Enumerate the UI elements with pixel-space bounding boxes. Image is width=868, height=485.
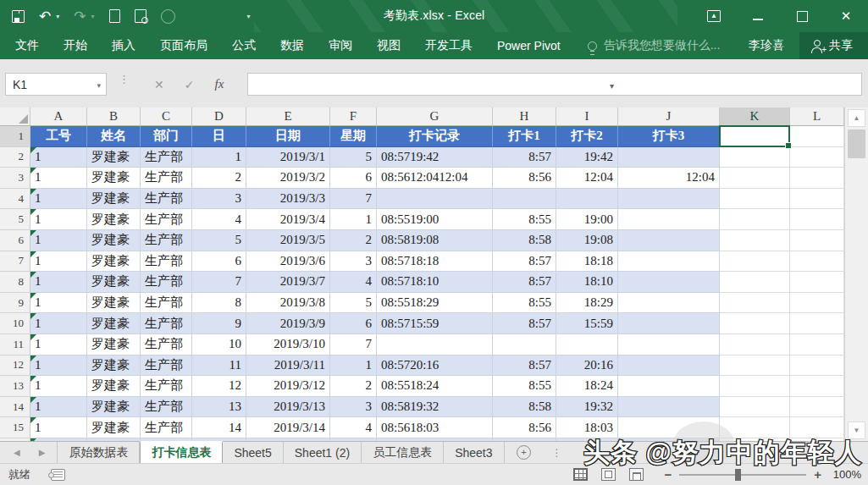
cell-I7[interactable]: 18:18 <box>556 251 618 273</box>
column-header-L[interactable]: L <box>790 107 844 126</box>
column-header-F[interactable]: F <box>330 107 377 126</box>
fill-handle[interactable] <box>785 142 792 149</box>
ribbon-tab-文件[interactable]: 文件 <box>15 38 39 53</box>
cell-L11[interactable] <box>790 334 844 355</box>
cell-J5[interactable] <box>618 209 720 230</box>
row-header-12[interactable]: 12 <box>0 355 30 377</box>
cell-E2[interactable]: 2019/3/1 <box>246 147 330 168</box>
cell-G2[interactable]: 08:5719:42 <box>377 147 493 168</box>
row-header-11[interactable]: 11 <box>0 334 30 355</box>
cell-G5[interactable]: 08:5519:00 <box>377 209 493 230</box>
cell-E6[interactable]: 2019/3/5 <box>246 230 330 251</box>
cell-C4[interactable]: 生产部 <box>141 189 192 210</box>
cell-G9[interactable]: 08:5518:29 <box>377 293 493 314</box>
cell-H8[interactable]: 8:57 <box>493 272 556 293</box>
cell-J2[interactable] <box>618 147 720 168</box>
column-header-A[interactable]: A <box>30 107 87 126</box>
cell-E5[interactable]: 2019/3/4 <box>246 209 330 230</box>
cell-K2[interactable] <box>720 147 790 168</box>
cell-B5[interactable]: 罗建豪 <box>87 209 141 230</box>
row-header-9[interactable]: 9 <box>0 293 30 314</box>
cell-C14[interactable]: 生产部 <box>141 397 192 418</box>
cell-K4[interactable] <box>720 189 790 210</box>
cell-F4[interactable]: 7 <box>330 189 377 210</box>
cell-D8[interactable]: 7 <box>192 272 246 293</box>
cell-A3[interactable]: 1 <box>30 168 87 189</box>
cell-F3[interactable]: 6 <box>330 168 377 189</box>
macro-record-icon[interactable] <box>51 469 65 481</box>
cell-F8[interactable]: 4 <box>330 272 377 293</box>
column-header-K[interactable]: K <box>720 107 790 126</box>
close-button[interactable]: ✕ <box>824 0 868 32</box>
cell-B6[interactable]: 罗建豪 <box>87 230 141 251</box>
cell-I9[interactable]: 18:29 <box>556 293 618 314</box>
cell-I6[interactable]: 19:08 <box>556 230 618 251</box>
row-header-4[interactable]: 4 <box>0 189 30 210</box>
cell-L4[interactable] <box>790 189 844 210</box>
cell-J1[interactable]: 打卡3 <box>618 126 720 147</box>
cell-H10[interactable]: 8:57 <box>493 313 556 334</box>
cell-J10[interactable] <box>618 313 720 334</box>
minimize-button[interactable] <box>736 0 780 32</box>
cell-J4[interactable] <box>618 189 720 210</box>
scroll-up-icon[interactable]: ▲ <box>848 109 865 127</box>
cell-G11[interactable] <box>377 334 493 355</box>
cell-E14[interactable]: 2019/3/13 <box>246 397 330 418</box>
cell-K12[interactable] <box>720 355 790 377</box>
ribbon-tab-Power Pivot[interactable]: Power Pivot <box>497 39 561 52</box>
cell-H14[interactable]: 8:58 <box>493 397 556 418</box>
formula-input[interactable] <box>247 73 862 96</box>
cell-K7[interactable] <box>720 251 790 273</box>
column-header-B[interactable]: B <box>87 107 141 126</box>
cell-I12[interactable]: 20:16 <box>556 355 618 377</box>
cell-I5[interactable]: 19:00 <box>556 209 618 230</box>
cell-K9[interactable] <box>720 293 790 314</box>
column-header-G[interactable]: G <box>377 107 493 126</box>
cell-B3[interactable]: 罗建豪 <box>87 168 141 189</box>
cell-H3[interactable]: 8:56 <box>493 168 556 189</box>
cell-C3[interactable]: 生产部 <box>141 168 192 189</box>
cell-G6[interactable]: 08:5819:08 <box>377 230 493 251</box>
cell-B14[interactable]: 罗建豪 <box>87 397 141 418</box>
row-header-15[interactable]: 15 <box>0 417 30 438</box>
cell-J11[interactable] <box>618 334 720 355</box>
cell-L6[interactable] <box>790 230 844 251</box>
cell-J13[interactable] <box>618 376 720 397</box>
cell-E13[interactable]: 2019/3/12 <box>246 376 330 397</box>
cell-F14[interactable]: 3 <box>330 397 377 418</box>
cell-G13[interactable]: 08:5518:24 <box>377 376 493 397</box>
cell-B7[interactable]: 罗建豪 <box>87 251 141 273</box>
name-box[interactable]: K1 ▾ <box>5 73 107 96</box>
cell-J12[interactable] <box>618 355 720 377</box>
cell-H15[interactable]: 8:56 <box>493 417 556 438</box>
cell-I10[interactable]: 15:59 <box>556 313 618 334</box>
ribbon-display-options-button[interactable]: ▲ <box>692 0 736 32</box>
cell-L3[interactable] <box>790 168 844 189</box>
cell-F1[interactable]: 星期 <box>330 126 377 147</box>
cell-G4[interactable] <box>377 189 493 210</box>
cell-A8[interactable]: 1 <box>30 272 87 293</box>
cell-H1[interactable]: 打卡1 <box>493 126 556 147</box>
ribbon-tab-审阅[interactable]: 审阅 <box>329 38 352 53</box>
cancel-icon[interactable]: ✕ <box>154 78 164 91</box>
cell-H4[interactable] <box>493 189 556 210</box>
cell-J9[interactable] <box>618 293 720 314</box>
cell-C10[interactable]: 生产部 <box>141 313 192 334</box>
column-header-C[interactable]: C <box>141 107 192 126</box>
cell-A15[interactable]: 1 <box>30 417 87 438</box>
cell-G10[interactable]: 08:5715:59 <box>377 313 493 334</box>
add-sheet-button[interactable]: + <box>505 442 544 463</box>
ribbon-tab-视图[interactable]: 视图 <box>377 38 401 53</box>
cell-K10[interactable] <box>720 313 790 334</box>
cell-L5[interactable] <box>790 209 844 230</box>
cell-E4[interactable]: 2019/3/3 <box>246 189 330 210</box>
row-header-13[interactable]: 13 <box>0 376 30 397</box>
cell-K6[interactable] <box>720 230 790 251</box>
ribbon-tab-开始[interactable]: 开始 <box>64 38 87 53</box>
cell-H9[interactable]: 8:55 <box>493 293 556 314</box>
sheet-tabs-more-icon[interactable]: ⋮ <box>544 442 571 463</box>
cell-C6[interactable]: 生产部 <box>141 230 192 251</box>
cell-A6[interactable]: 1 <box>30 230 87 251</box>
cell-A7[interactable]: 1 <box>30 251 87 273</box>
ribbon-tab-开发工具[interactable]: 开发工具 <box>425 38 473 53</box>
